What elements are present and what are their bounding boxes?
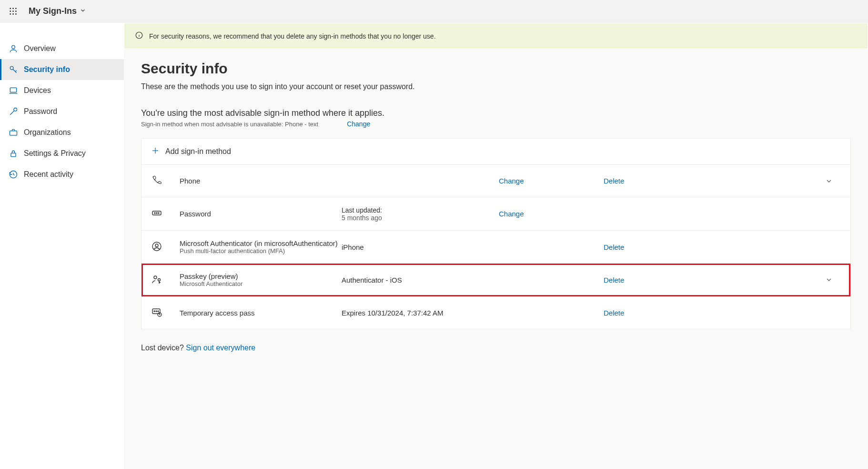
page-subtitle: These are the methods you use to sign in…	[141, 82, 851, 91]
main-content: For security reasons, we recommend that …	[124, 23, 868, 469]
app-title-text: My Sign-Ins	[29, 6, 77, 16]
svg-rect-13	[10, 131, 17, 135]
sidebar-item-devices[interactable]: Devices	[0, 80, 124, 101]
sidebar-item-recent-activity[interactable]: Recent activity	[0, 164, 124, 185]
method-name: Microsoft Authenticator (in microsoftAut…	[180, 239, 342, 255]
method-row-password: Password Last updated: 5 months ago Chan…	[141, 197, 850, 231]
svg-rect-11	[10, 88, 16, 92]
sidebar: Overview Security info Devices Password …	[0, 23, 124, 469]
change-link[interactable]: Change	[499, 210, 524, 218]
sidebar-item-organizations[interactable]: Organizations	[0, 122, 124, 143]
svg-rect-3	[10, 10, 11, 12]
lock-icon	[9, 149, 18, 158]
sidebar-item-password[interactable]: Password	[0, 101, 124, 122]
lost-device-row: Lost device? Sign out everywhere	[141, 344, 851, 352]
chevron-down-icon	[80, 6, 86, 16]
phone-icon	[151, 174, 180, 187]
method-row-phone: Phone Change Delete	[141, 165, 850, 197]
svg-point-25	[155, 244, 158, 247]
lost-device-label: Lost device?	[141, 344, 184, 352]
method-row-passkey: Passkey (preview) Microsoft Authenticato…	[141, 264, 850, 296]
change-default-link[interactable]: Change	[347, 120, 370, 128]
method-detail: iPhone	[342, 243, 499, 251]
page-title: Security info	[141, 61, 851, 77]
key-icon	[9, 107, 18, 116]
key-icon	[9, 65, 18, 74]
delete-link[interactable]: Delete	[604, 243, 624, 251]
top-bar: My Sign-Ins	[0, 0, 868, 23]
passkey-icon	[151, 274, 180, 286]
svg-point-21	[154, 213, 155, 214]
svg-rect-14	[11, 153, 16, 157]
svg-point-27	[158, 278, 161, 281]
svg-point-22	[156, 213, 157, 214]
method-detail: Expires 10/31/2024, 7:37:42 AM	[342, 309, 499, 317]
svg-point-30	[156, 311, 157, 312]
authenticator-icon	[151, 241, 180, 254]
delete-link[interactable]: Delete	[604, 276, 624, 284]
sidebar-item-label: Settings & Privacy	[24, 149, 86, 158]
method-name: Temporary access pass	[180, 309, 342, 317]
method-row-tap: Temporary access pass Expires 10/31/2024…	[141, 296, 850, 329]
change-link[interactable]: Change	[499, 177, 524, 185]
method-name: Passkey (preview) Microsoft Authenticato…	[180, 272, 342, 287]
add-method-button[interactable]: Add sign-in method	[141, 139, 850, 165]
history-icon	[9, 170, 18, 179]
svg-rect-6	[10, 13, 11, 14]
sidebar-item-label: Devices	[24, 86, 51, 95]
svg-rect-4	[12, 10, 14, 12]
method-name: Phone	[180, 177, 342, 185]
sidebar-item-settings-privacy[interactable]: Settings & Privacy	[0, 143, 124, 164]
app-launcher-icon[interactable]	[6, 4, 21, 19]
method-detail: Last updated: 5 months ago	[342, 206, 499, 222]
svg-point-29	[154, 311, 155, 312]
delete-link[interactable]: Delete	[604, 309, 624, 317]
sidebar-item-label: Recent activity	[24, 170, 73, 179]
svg-rect-5	[15, 10, 16, 12]
svg-point-10	[10, 66, 13, 70]
svg-rect-2	[15, 8, 16, 9]
method-detail: Authenticator - iOS	[342, 276, 499, 284]
method-row-authenticator: Microsoft Authenticator (in microsoftAut…	[141, 231, 850, 264]
banner-text: For security reasons, we recommend that …	[149, 32, 436, 40]
svg-point-26	[154, 276, 157, 279]
sidebar-item-label: Organizations	[24, 128, 71, 137]
svg-rect-1	[12, 8, 14, 9]
fallback-text: Sign-in method when most advisable is un…	[141, 121, 318, 128]
expand-button[interactable]	[817, 177, 841, 185]
sidebar-item-security-info[interactable]: Security info	[0, 59, 124, 80]
method-name: Password	[180, 210, 342, 218]
delete-link[interactable]: Delete	[604, 177, 624, 185]
tap-icon	[151, 306, 180, 319]
info-icon	[135, 31, 143, 41]
sidebar-item-overview[interactable]: Overview	[0, 38, 124, 59]
svg-rect-7	[12, 13, 14, 14]
svg-point-31	[158, 311, 159, 312]
person-icon	[9, 44, 18, 53]
app-title[interactable]: My Sign-Ins	[29, 6, 86, 16]
svg-point-23	[158, 213, 159, 214]
svg-rect-8	[15, 13, 16, 14]
sidebar-item-label: Overview	[24, 44, 56, 53]
sidebar-item-label: Security info	[24, 65, 70, 74]
svg-point-12	[14, 108, 17, 112]
methods-panel: Add sign-in method Phone Change Delete	[141, 138, 851, 329]
briefcase-icon	[9, 128, 18, 137]
info-banner: For security reasons, we recommend that …	[125, 24, 867, 48]
svg-rect-0	[10, 8, 11, 9]
sign-out-everywhere-link[interactable]: Sign out everywhere	[186, 344, 255, 352]
laptop-icon	[9, 86, 18, 95]
plus-icon	[151, 146, 160, 157]
expand-button[interactable]	[817, 276, 841, 284]
svg-point-9	[12, 45, 15, 49]
password-icon	[151, 207, 180, 220]
add-method-label: Add sign-in method	[165, 147, 231, 156]
sidebar-item-label: Password	[24, 107, 57, 116]
advisable-text: You're using the most advisable sign-in …	[141, 108, 851, 118]
